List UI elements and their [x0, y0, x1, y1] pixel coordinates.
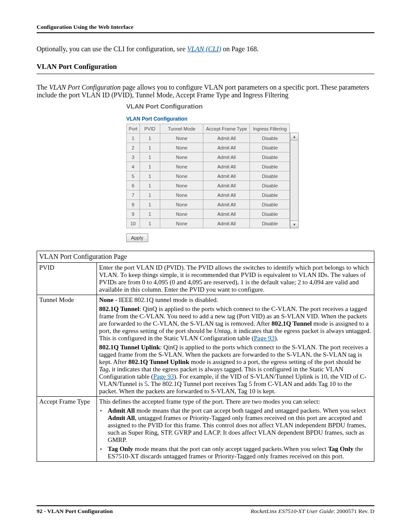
- accept-intro: This defines the accepted frame type of …: [99, 398, 372, 405]
- cell-tm: None: [160, 162, 203, 171]
- cell-aft: Admit All: [203, 181, 250, 190]
- cell-port: 5: [127, 171, 140, 181]
- tunnel-b2-bold: 802.1Q Tunnel Uplink: [128, 358, 189, 365]
- tunnel-b1-it: Untag: [214, 327, 230, 334]
- cell-port: 8: [127, 200, 140, 209]
- accept-b1-rest: , untagged frames or Priority-Tagged onl…: [108, 414, 366, 443]
- cell-if: Disable: [250, 190, 290, 200]
- hdr-pvid: PVID: [140, 124, 160, 134]
- tunnel-b2-link[interactable]: Page 93: [153, 373, 174, 380]
- cell-port: 4: [127, 162, 140, 171]
- accept-b1-mid: mode means that the port can accept both…: [135, 407, 366, 414]
- section-heading: VLAN Port Configuration: [37, 62, 374, 71]
- cell-if: Disable: [250, 143, 290, 152]
- cell-pvid: 1: [140, 152, 160, 162]
- apply-button[interactable]: Apply: [126, 233, 148, 242]
- cell-if: Disable: [250, 219, 290, 228]
- cell-if: Disable: [250, 181, 290, 190]
- cell-aft: Admit All: [203, 190, 250, 200]
- label-tunnel: Tunnel Mode: [37, 295, 97, 397]
- scroll-up-icon[interactable]: ▴: [290, 133, 298, 140]
- cell-tm: None: [160, 134, 203, 143]
- cfg-scrollbar[interactable]: ▴ ▾: [290, 133, 299, 228]
- footer-topic: VLAN Port Configuration: [47, 508, 113, 514]
- hdr-accept-frame-type: Accept Frame Type: [203, 124, 250, 134]
- tunnel-b1-link[interactable]: Page 93: [254, 335, 274, 342]
- accept-b1-lead: Admit All: [108, 407, 135, 414]
- cell-aft: Admit All: [203, 171, 250, 181]
- cell-pvid: 1: [140, 200, 160, 209]
- accept-b1-bold2: Admit All: [108, 414, 135, 421]
- cell-if: Disable: [250, 134, 290, 143]
- accept-b2-mid: mode means that the port can only accept…: [133, 445, 328, 452]
- table-row: 101NoneAdmit AllDisable: [127, 219, 290, 228]
- cfg-header-row: Port PVID Tunnel Mode Accept Frame Type …: [127, 124, 290, 134]
- tunnel-b2-c: mode is assigned to a port, the egress s…: [189, 358, 361, 365]
- cell-aft: Admit All: [203, 209, 250, 219]
- cell-if: Disable: [250, 171, 290, 181]
- tunnel-b1-e: ).: [274, 335, 278, 342]
- cell-pvid: 1: [140, 143, 160, 152]
- cell-pvid: 1: [140, 171, 160, 181]
- desc-tunnel: None - IEEE 802.1Q tunnel mode is disabl…: [97, 295, 374, 397]
- scroll-track[interactable]: [290, 140, 298, 221]
- scroll-down-icon[interactable]: ▾: [290, 221, 298, 228]
- page-footer: 92 - VLAN Port Configuration RocketLinx …: [37, 505, 374, 515]
- tunnel-b1-lead: 802.1Q Tunnel: [99, 305, 139, 312]
- bullet-icon: •: [99, 407, 108, 415]
- glossary-table: VLAN Port Configuration Page PVID Enter …: [37, 251, 374, 462]
- table-row: 51NoneAdmit AllDisable: [127, 171, 290, 181]
- cell-pvid: 1: [140, 209, 160, 219]
- tunnel-b1-bold: 802.1Q Tunnel: [271, 320, 311, 327]
- row-tunnel: Tunnel Mode None - IEEE 802.1Q tunnel mo…: [37, 295, 374, 397]
- cell-port: 6: [127, 181, 140, 190]
- cell-aft: Admit All: [203, 152, 250, 162]
- cell-if: Disable: [250, 209, 290, 219]
- cell-pvid: 1: [140, 134, 160, 143]
- desc-accept: This defines the accepted frame type of …: [97, 397, 374, 462]
- section-intro: The VLAN Port Configuration page allows …: [37, 84, 374, 99]
- cell-tm: None: [160, 152, 203, 162]
- table-row: 21NoneAdmit AllDisable: [127, 143, 290, 152]
- table-row: 91NoneAdmit AllDisable: [127, 209, 290, 219]
- label-pvid: PVID: [37, 263, 97, 295]
- cell-port: 9: [127, 209, 140, 219]
- ss-subtitle: VLAN Port Configuration: [126, 116, 299, 122]
- footer-page-number: 92 -: [37, 508, 47, 514]
- cell-pvid: 1: [140, 162, 160, 171]
- bullet-icon: •: [99, 445, 108, 453]
- row-accept: Accept Frame Type This defines the accep…: [37, 397, 374, 462]
- tunnel-none-bold: None: [99, 296, 113, 303]
- cell-pvid: 1: [140, 190, 160, 200]
- footer-doc-rev: : 2000571 Rev. D: [333, 508, 374, 514]
- tunnel-b2-it: Tag: [99, 366, 109, 373]
- table-row: 41NoneAdmit AllDisable: [127, 162, 290, 171]
- desc-pvid: Enter the port VLAN ID (PVID). The PVID …: [97, 263, 374, 295]
- cell-aft: Admit All: [203, 162, 250, 171]
- cell-if: Disable: [250, 200, 290, 209]
- footer-doc-title: RocketLinx ES7510-XT User Guide: [251, 508, 333, 514]
- glossary-caption: VLAN Port Configuration Page: [37, 251, 374, 263]
- cell-tm: None: [160, 181, 203, 190]
- accept-b2-bold2: Tag Only: [328, 445, 353, 452]
- hdr-tunnel-mode: Tunnel Mode: [160, 124, 203, 134]
- cell-port: 3: [127, 152, 140, 162]
- section-para-italic: VLAN Port Configuration: [49, 84, 122, 91]
- cell-aft: Admit All: [203, 134, 250, 143]
- cell-aft: Admit All: [203, 200, 250, 209]
- vlan-cli-link[interactable]: VLAN (CLI): [187, 45, 221, 53]
- intro-prefix: Optionally, you can use the CLI for conf…: [37, 45, 187, 53]
- cell-port: 10: [127, 219, 140, 228]
- cfg-table: Port PVID Tunnel Mode Accept Frame Type …: [126, 124, 290, 228]
- cell-port: 2: [127, 143, 140, 152]
- cell-port: 1: [127, 134, 140, 143]
- running-head: Configuration Using the Web Interface: [37, 24, 374, 31]
- tunnel-none-rest: - IEEE 802.1Q tunnel mode is disabled.: [113, 296, 218, 303]
- cell-aft: Admit All: [203, 143, 250, 152]
- table-row: 11NoneAdmit AllDisable: [127, 134, 290, 143]
- tunnel-b2-lead: 802.1Q Tunnel Uplink: [99, 344, 160, 351]
- section-para-prefix: The: [37, 84, 49, 91]
- row-pvid: PVID Enter the port VLAN ID (PVID). The …: [37, 263, 374, 295]
- header-rule: [37, 32, 374, 33]
- cell-tm: None: [160, 190, 203, 200]
